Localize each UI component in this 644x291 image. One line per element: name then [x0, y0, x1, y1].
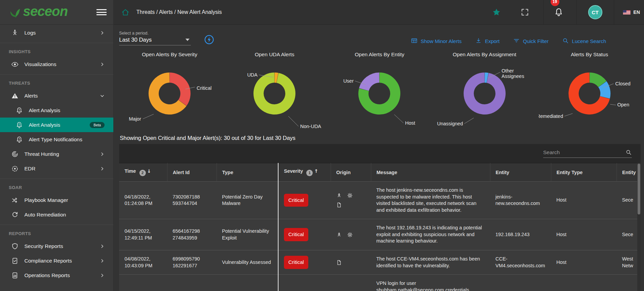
logo-row: seceon: [0, 0, 113, 25]
column-header-type[interactable]: Type: [217, 163, 278, 182]
sidebar-item-label: Alert Analysis: [29, 122, 60, 128]
chevron-down-icon: [185, 39, 190, 41]
period-label: Select a period.: [119, 31, 204, 36]
search-icon[interactable]: [625, 149, 632, 155]
notifications-bell-icon[interactable]: [554, 7, 563, 17]
sidebar-item-logs[interactable]: Logs: [0, 25, 113, 40]
language-selector[interactable]: EN: [614, 0, 644, 24]
sidebar-item-compliance-reports[interactable]: Compliance Reports: [0, 253, 113, 268]
column-header-severity[interactable]: Severity1↑: [278, 163, 331, 182]
eye-icon: [11, 61, 19, 68]
column-header-message[interactable]: Message: [371, 163, 490, 182]
sidebar-item-playbook-manager[interactable]: Playbook Manager: [0, 193, 113, 207]
sidebar-item-alerts[interactable]: Alerts: [0, 88, 113, 103]
sidebar: seceon LogsINSIGHTSVisualizationsTHREATS…: [0, 0, 114, 291]
sidebar-item-label: Auto Remediation: [24, 212, 66, 218]
sidebar-item-auto-remediation[interactable]: Auto Remediation: [0, 207, 113, 222]
donut-segment-non-uda: [259, 78, 290, 109]
table-title: Showing Open Critical and Major Alert(s)…: [114, 128, 644, 144]
donut-chart: UDANon-UDA: [224, 56, 325, 128]
avatar-block: CT: [576, 0, 614, 24]
workflow-icon[interactable]: [336, 192, 342, 199]
column-header-alert-id[interactable]: Alert Id: [167, 163, 217, 182]
toolbar-lucene-search[interactable]: Lucene Search: [562, 37, 606, 45]
sidebar-item-label: Threat Hunting: [24, 151, 59, 157]
chart-label: Major: [129, 116, 141, 122]
nav-section: THREATSAlertsAlert AnalysisAlert Analysi…: [0, 75, 113, 179]
document-icon[interactable]: [336, 259, 342, 266]
cell-entity-type: Host: [551, 182, 617, 219]
target-icon: [11, 150, 19, 158]
scrollbar-thumb[interactable]: [638, 164, 640, 214]
column-header-origin[interactable]: Origin: [331, 163, 371, 182]
cell-type: [217, 275, 278, 291]
gear-icon[interactable]: [347, 232, 353, 238]
sidebar-item-operations-reports[interactable]: Operations Reports: [0, 268, 113, 283]
radar-icon: [11, 165, 19, 172]
chart-label: User: [343, 78, 354, 84]
nav-section-label-insights: INSIGHTS: [0, 44, 113, 57]
chart-label: UDA: [247, 72, 258, 78]
cell-entity-type: Host: [551, 250, 617, 274]
period-value: Last 30 Days: [119, 37, 152, 43]
home-icon[interactable]: [121, 8, 130, 17]
bell-icon: [16, 107, 23, 114]
warning-icon: [11, 92, 19, 100]
column-header-entity-type[interactable]: Entity Type: [551, 163, 617, 182]
alerts-table-panel: Time2↓Alert IdTypeSeverity1↑OriginMessag…: [119, 144, 641, 291]
sidebar-item-label: Operations Reports: [24, 272, 70, 278]
search-box: [543, 149, 632, 158]
shield-icon: [11, 243, 19, 250]
cell-message: The host CCE-VM4.seceonhosts.com has bee…: [371, 250, 490, 274]
cell-type: Vulnerability Assessed: [217, 250, 278, 274]
cell-time: 04/18/2022, 01:24:08 PM: [119, 182, 167, 219]
sort-arrow-icon: ↓: [147, 168, 151, 174]
vertical-scrollbar[interactable]: [637, 163, 641, 291]
favorite-star-icon[interactable]: [492, 8, 501, 17]
walk-icon: [11, 29, 19, 37]
cell-message: The host 192.168.19.243 is indicating a …: [371, 219, 490, 250]
chart-label: Non-UDA: [300, 124, 321, 128]
donut-segment-uda: [275, 78, 277, 78]
document-icon[interactable]: [336, 202, 342, 208]
workflow-icon[interactable]: [336, 232, 342, 238]
donut-segment-other-assignees: [485, 78, 487, 78]
chart-open-alerts-by-severity: Open Alerts By SeverityCriticalMajor: [117, 47, 222, 128]
avatar[interactable]: CT: [588, 5, 602, 19]
alert-row[interactable]: 04/08/2022, 10:43:09 PM6998095790 162291…: [119, 250, 641, 274]
cell-entity-type: Host: [551, 219, 617, 250]
chart-label: OtherAssignees: [502, 68, 524, 79]
brand-logo-text: seceon: [23, 4, 68, 18]
period-selector: Select a period. Last 30 Days: [119, 31, 204, 45]
sidebar-item-alert-type-notifications[interactable]: Alert Type Notifications: [0, 132, 113, 147]
sidebar-item-alert-analysis-beta[interactable]: Alert AnalysisBeta: [0, 118, 113, 132]
cell-severity: Critical: [278, 182, 331, 219]
sidebar-item-alert-analysis[interactable]: Alert Analysis: [0, 103, 113, 118]
chevron-right-icon: [100, 273, 105, 278]
sidebar-item-visualizations[interactable]: Visualizations: [0, 57, 113, 71]
menu-hamburger-icon[interactable]: [96, 8, 107, 16]
sidebar-nav: LogsINSIGHTSVisualizationsTHREATSAlertsA…: [0, 25, 113, 291]
topbar-actions: 19 CT EN: [492, 0, 644, 24]
alert-row[interactable]: 04/15/2022, 12:49:11 PM6564167298 274843…: [119, 219, 641, 250]
nav-section-label-reports: REPORTS: [0, 226, 113, 239]
flash-refresh-icon[interactable]: [204, 34, 215, 45]
toolbar-quick-filter[interactable]: Quick Filter: [513, 37, 549, 45]
sidebar-item-security-reports[interactable]: Security Reports: [0, 239, 113, 253]
toolbar-export[interactable]: Export: [475, 37, 499, 45]
alert-row[interactable]: 04/18/2022, 01:24:08 PM7302087188 593744…: [119, 182, 641, 219]
doccheck-icon: [11, 257, 19, 265]
search-input[interactable]: [543, 149, 625, 155]
alert-row[interactable]: VPN login for user shubham.pathak@seceon…: [119, 275, 641, 291]
sidebar-item-threat-hunting[interactable]: Threat Hunting: [0, 147, 113, 161]
period-dropdown[interactable]: Last 30 Days: [119, 37, 191, 45]
search-icon: [562, 37, 569, 45]
toolbar-label: Lucene Search: [572, 38, 606, 44]
fullscreen-icon[interactable]: [520, 8, 529, 17]
toolbar-show-minor-alerts[interactable]: Show Minor Alerts: [411, 37, 462, 45]
beta-badge: Beta: [90, 122, 105, 128]
column-header-time[interactable]: Time2↓: [119, 163, 167, 182]
gear-icon[interactable]: [347, 192, 353, 199]
column-header-entity[interactable]: Entity: [490, 163, 551, 182]
sidebar-item-edr[interactable]: EDR: [0, 161, 113, 176]
